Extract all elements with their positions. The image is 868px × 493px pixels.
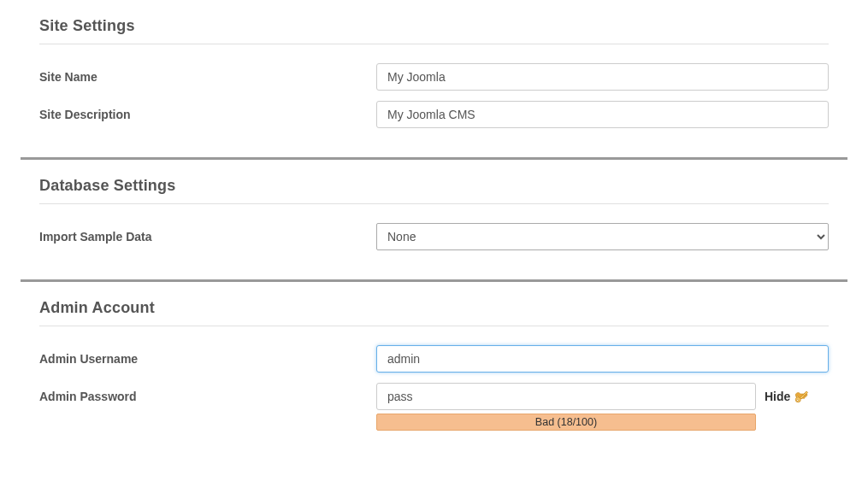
database-settings-section: Database Settings Import Sample Data Non… (21, 160, 847, 255)
key-icon (794, 389, 809, 404)
divider (39, 203, 829, 204)
import-sample-select[interactable]: None (376, 223, 829, 250)
admin-username-label: Admin Username (21, 345, 376, 366)
admin-username-input[interactable] (376, 345, 829, 373)
database-settings-title: Database Settings (21, 177, 847, 195)
admin-account-title: Admin Account (21, 299, 847, 317)
site-settings-section: Site Settings Site Name Site Description (21, 0, 847, 133)
divider (39, 326, 829, 326)
site-name-label: Site Name (21, 63, 376, 84)
password-strength-bar: Bad (18/100) (376, 414, 756, 431)
site-settings-title: Site Settings (21, 17, 847, 35)
site-name-input[interactable] (376, 63, 829, 91)
admin-account-section: Admin Account Admin Username Admin Passw… (21, 282, 847, 436)
password-toggle-label: Hide (765, 390, 790, 403)
site-description-input[interactable] (376, 101, 829, 128)
admin-password-input[interactable] (376, 383, 756, 410)
site-description-label: Site Description (21, 101, 376, 121)
import-sample-label: Import Sample Data (21, 223, 376, 244)
password-toggle[interactable]: Hide (765, 389, 809, 404)
divider (39, 44, 829, 44)
svg-point-1 (797, 400, 799, 402)
admin-password-label: Admin Password (21, 383, 376, 403)
